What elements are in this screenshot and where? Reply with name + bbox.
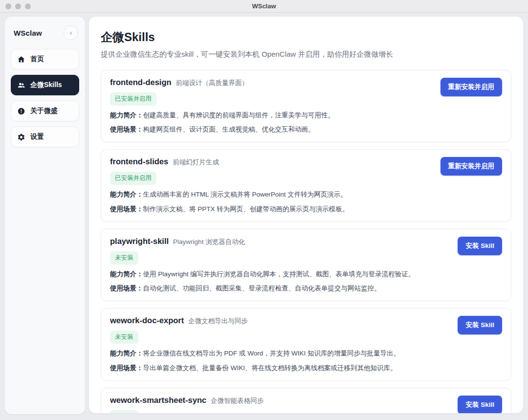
sidebar-item-label: 设置 (30, 133, 44, 141)
sidebar-item-label: 企微Skills (30, 81, 62, 89)
install-skill-button[interactable]: 安装 Skill (458, 396, 502, 413)
app-brand: WSclaw (14, 29, 42, 37)
ability-label: 能力简介： (110, 270, 143, 278)
skill-card-wework-doc-export: wework-doc-export 企微文档导出与同步 未安装 能力简介：将企业… (101, 308, 511, 380)
ability-text: 将企业微信在线文档导出为 PDF 或 Word，并支持 WIKI 知识库的增量同… (143, 350, 400, 357)
skill-card-frontend-slides: frontend-slides 前端幻灯片生成 已安装并启用 能力简介：生成动画… (101, 149, 511, 221)
install-skill-button[interactable]: 安装 Skill (458, 237, 502, 255)
sidebar-item-home[interactable]: 首页 (11, 49, 79, 69)
sidebar-item-about[interactable]: 关于微盛 (11, 101, 79, 121)
scene-text: 构建网页组件、设计页面、生成视觉稿、优化交互和动画。 (143, 126, 315, 133)
skill-name: playwright-skill (110, 237, 169, 246)
sidebar-collapse-button[interactable]: ‹ (64, 25, 78, 40)
users-icon (17, 81, 25, 89)
sidebar-item-settings[interactable]: 设置 (11, 127, 79, 147)
skill-ability: 能力简介：创建高质量、具有辨识度的前端界面与组件，注重美学与可用性。 (110, 111, 502, 120)
skill-tagline: 前端幻灯片生成 (173, 158, 219, 167)
skill-ability: 能力简介：生成动画丰富的 HTML 演示文稿并将 PowerPoint 文件转为… (110, 190, 502, 199)
ability-text: 生成动画丰富的 HTML 演示文稿并将 PowerPoint 文件转为网页演示。 (143, 191, 347, 198)
workspace: WSclaw ‹ 首页 企微Skills 关 (0, 13, 528, 420)
page-subtitle: 提供企业微信生态的专业skill，可一键安装到本机 OpenClaw 并启用，助… (101, 50, 511, 59)
skill-tagline: 企微文档导出与同步 (188, 317, 248, 326)
window-title: WSclaw (0, 2, 528, 10)
skill-card-playwright-skill: playwright-skill Playwright 浏览器自动化 未安装 能… (101, 229, 511, 301)
skill-tagline: Playwright 浏览器自动化 (173, 238, 245, 246)
chevron-left-icon: ‹ (70, 29, 72, 37)
status-badge: 已安装并启用 (110, 172, 156, 185)
skill-name: frontend-design (110, 78, 172, 87)
reinstall-enable-button[interactable]: 重新安装并启用 (440, 157, 503, 176)
sidebar: WSclaw ‹ 首页 企微Skills 关 (5, 17, 85, 414)
main-content: 企微Skills 提供企业微信生态的专业skill，可一键安装到本机 OpenC… (89, 17, 523, 413)
skill-name: wework-doc-export (110, 316, 184, 325)
alert-circle-icon (17, 107, 25, 115)
scene-text: 导出单篇企微文档、批量备份 WIKI、将在线文档转换为离线档案或迁移到其他知识库… (143, 364, 397, 372)
sidebar-nav: 首页 企微Skills 关于微盛 设置 (11, 49, 79, 147)
sidebar-item-wework-skills[interactable]: 企微Skills (11, 75, 79, 95)
window-titlebar: WSclaw (0, 0, 528, 13)
scene-text: 制作演示文稿、将 PPTX 转为网页、创建带动画的展示页与演示模板。 (143, 205, 349, 213)
sidebar-item-label: 首页 (30, 55, 44, 64)
skill-scene: 使用场景：构建网页组件、设计页面、生成视觉稿、优化交互和动画。 (110, 125, 502, 134)
scene-text: 自动化测试、功能回归、截图采集、登录流程检查、自动化表单提交与网站监控。 (143, 285, 381, 292)
status-badge: 未安装 (110, 410, 138, 413)
skill-ability: 能力简介：使用 Playwright 编写并执行浏览器自动化脚本，支持测试、截图… (110, 270, 502, 279)
skill-tagline: 前端设计（高质量界面） (176, 79, 249, 88)
ability-label: 能力简介： (110, 111, 143, 119)
skill-name: frontend-slides (110, 157, 168, 166)
skill-card-list: frontend-design 前端设计（高质量界面） 已安装并启用 能力简介：… (101, 70, 511, 413)
ability-label: 能力简介： (110, 191, 143, 198)
skill-scene: 使用场景：导出单篇企微文档、批量备份 WIKI、将在线文档转换为离线档案或迁移到… (110, 364, 502, 373)
skill-card-frontend-design: frontend-design 前端设计（高质量界面） 已安装并启用 能力简介：… (101, 70, 511, 142)
ability-label: 能力简介： (110, 350, 143, 357)
install-skill-button[interactable]: 安装 Skill (458, 316, 502, 334)
scene-label: 使用场景： (110, 364, 143, 372)
home-icon (17, 55, 25, 64)
status-badge: 已安装并启用 (110, 92, 156, 106)
scene-label: 使用场景： (110, 285, 143, 292)
skill-scene: 使用场景：制作演示文稿、将 PPTX 转为网页、创建带动画的展示页与演示模板。 (110, 205, 502, 214)
ability-text: 创建高质量、具有辨识度的前端界面与组件，注重美学与可用性。 (143, 111, 335, 119)
status-badge: 未安装 (110, 331, 138, 344)
skill-scene: 使用场景：自动化测试、功能回归、截图采集、登录流程检查、自动化表单提交与网站监控… (110, 284, 502, 293)
status-badge: 未安装 (110, 251, 138, 265)
scene-label: 使用场景： (110, 126, 143, 133)
sidebar-item-label: 关于微盛 (30, 107, 58, 115)
skill-tagline: 企微智能表格同步 (211, 397, 264, 405)
gear-icon (17, 133, 25, 141)
skill-name: wework-smartsheet-sync (110, 396, 206, 405)
skill-card-wework-smartsheet-sync: wework-smartsheet-sync 企微智能表格同步 未安装 能力简介… (101, 388, 511, 413)
page-title: 企微Skills (101, 29, 511, 45)
skill-ability: 能力简介：将企业微信在线文档导出为 PDF 或 Word，并支持 WIKI 知识… (110, 349, 502, 358)
reinstall-enable-button[interactable]: 重新安装并启用 (440, 78, 503, 96)
ability-text: 使用 Playwright 编写并执行浏览器自动化脚本，支持测试、截图、表单填充… (143, 270, 415, 278)
scene-label: 使用场景： (110, 205, 143, 213)
